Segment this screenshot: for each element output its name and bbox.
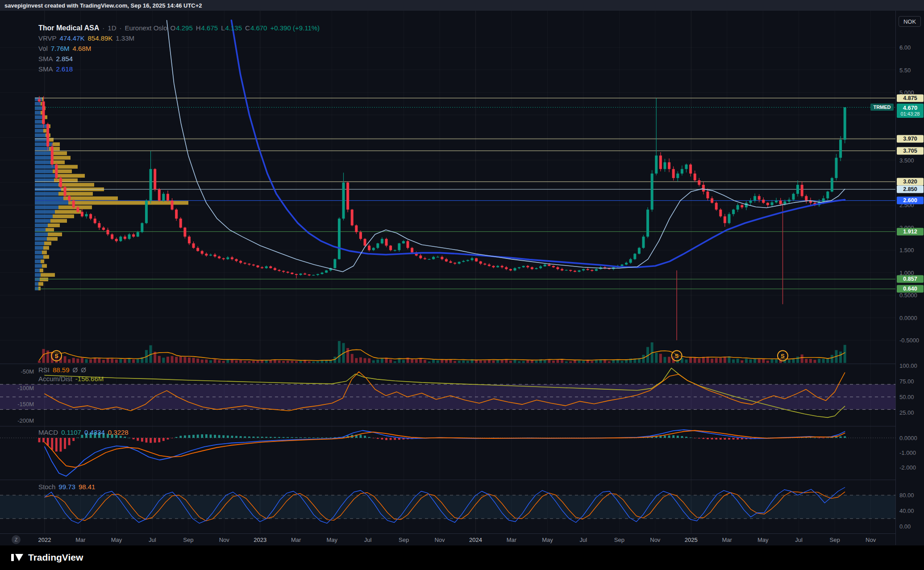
legend-separator: · (102, 24, 104, 32)
time-label-month: May (111, 537, 122, 543)
time-axis[interactable]: Z A 2022MarMayJulSepNov2023MarMayJulSepN… (0, 533, 924, 545)
sma-slow-label[interactable]: SMA (38, 65, 53, 73)
last-price-value: 4.670 (897, 104, 924, 111)
rsi-value: 88.59 (53, 366, 70, 374)
level-price-label: 4.875 (897, 94, 924, 102)
level-price-label: 3.970 (897, 135, 924, 143)
rsi-empty-slot: Ø (81, 366, 86, 374)
sma-fast-label[interactable]: SMA (38, 55, 53, 62)
close-letter: C (245, 24, 250, 32)
symbol-price-flag: TRMED (870, 104, 894, 111)
macd-hist-value: 0.1107 (61, 429, 81, 436)
accum-dist-value: -156.66M (75, 375, 104, 383)
macd-pane (0, 430, 895, 476)
time-label-month: Jul (795, 537, 803, 543)
accum-dist-tick: -200M (13, 417, 34, 424)
stoch-pane (0, 487, 895, 523)
rsi-label[interactable]: RSI (38, 366, 50, 374)
stoch-legend-row: Stoch 99.73 98.41 (38, 483, 98, 491)
volume-legend-row: Vol 7.76M 4.68M (38, 45, 94, 52)
vrvp-legend-row: VRVP 474.47K 854.89K 1.33M (38, 34, 137, 42)
bar-countdown: 01:43:28 (897, 111, 924, 117)
level-price-label: 2.850 (897, 186, 924, 193)
chart-canvas[interactable]: SSS (0, 0, 924, 570)
price-tick: 1.500 (899, 247, 914, 254)
time-label-month: Jul (364, 537, 372, 543)
main-pane: SSS (35, 21, 895, 363)
level-price-label: 0.640 (897, 285, 924, 293)
interval-label[interactable]: 1D (108, 24, 116, 32)
low-letter: L (221, 24, 225, 32)
price-tick: 0.0000 (899, 314, 917, 321)
price-tick: -0.5000 (899, 337, 919, 344)
chart-area[interactable]: SSS Thor Medical ASA · 1D · Euronext Osl… (0, 11, 924, 545)
time-label-month: Sep (614, 537, 624, 543)
svg-text:S: S (54, 353, 58, 359)
stoch-k-value: 99.73 (58, 483, 75, 491)
price-tick: 0.5000 (899, 292, 917, 299)
accum-dist-label[interactable]: Accum/Dist (38, 375, 72, 383)
sma-fast-legend-row: SMA 2.854 (38, 55, 76, 62)
stoch-tick: 0.00 (899, 523, 911, 530)
svg-text:S: S (675, 353, 679, 359)
time-label-month: Nov (650, 537, 660, 543)
low-value: 4.135 (225, 24, 242, 32)
time-label-month: May (542, 537, 553, 543)
vol-ma-value: 4.68M (73, 45, 92, 52)
macd-tick: -1.000 (899, 449, 916, 456)
vrvp-total-volume: 1.33M (116, 34, 134, 42)
main-legend-row: Thor Medical ASA · 1D · Euronext Oslo O … (38, 24, 323, 32)
stoch-tick: 40.00 (899, 508, 914, 514)
accum-dist-tick: -100M (13, 384, 34, 391)
time-label-month: Jul (149, 537, 156, 543)
price-scale[interactable]: NOK 4.670 01:43:28 6.005.505.0003.5002.5… (895, 11, 924, 545)
high-letter: H (196, 24, 201, 32)
macd-legend-row: MACD 0.1107 0.4334 0.3228 (38, 429, 132, 436)
timezone-button[interactable]: Z (12, 535, 21, 544)
tradingview-logo-text: TradingView (28, 552, 83, 563)
stoch-tick: 80.00 (899, 492, 914, 499)
close-value: 4.670 (250, 24, 267, 32)
tradingview-logo-icon (11, 553, 24, 562)
time-label-year: 2025 (685, 537, 698, 543)
tradingview-logo[interactable]: TradingView (11, 552, 83, 563)
footer-bar: TradingView (0, 545, 924, 570)
accum-dist-tick: -150M (13, 401, 34, 408)
symbol-name[interactable]: Thor Medical ASA (38, 24, 99, 32)
rsi-legend-row: RSI 88.59 Ø Ø (38, 366, 89, 374)
rsi-empty-slot: Ø (73, 366, 78, 374)
time-label-month: May (758, 537, 769, 543)
vrvp-down-volume: 474.47K (60, 34, 85, 42)
time-label-month: Mar (722, 537, 732, 543)
sma-slow-legend-row: SMA 2.618 (38, 65, 76, 73)
sma-fast-value: 2.854 (56, 55, 73, 62)
vrvp-up-volume: 854.89K (87, 34, 112, 42)
rsi-tick: 100.00 (899, 362, 917, 369)
gridlines (0, 11, 895, 533)
level-price-label: 1.912 (897, 228, 924, 235)
macd-tick: -2.000 (899, 464, 916, 471)
level-price-label: 0.857 (897, 275, 924, 283)
legend-separator: · (120, 24, 122, 32)
time-label-year: 2024 (469, 537, 482, 543)
time-label-month: Mar (291, 537, 301, 543)
sma-slow-value: 2.618 (56, 65, 73, 73)
time-label-month: Mar (507, 537, 516, 543)
rsi-pane (0, 368, 895, 418)
macd-tick: 0.0000 (899, 435, 917, 441)
currency-toggle-button[interactable]: NOK (899, 16, 921, 27)
stoch-label[interactable]: Stoch (38, 483, 55, 491)
rsi-tick: 25.00 (899, 409, 914, 416)
vrvp-label[interactable]: VRVP (38, 34, 57, 42)
time-label-month: Mar (75, 537, 85, 543)
level-price-label: 3.020 (897, 178, 924, 185)
rsi-tick: 75.00 (899, 378, 914, 385)
time-label-month: Nov (866, 537, 876, 543)
accum-dist-legend-row: Accum/Dist -156.66M (38, 375, 107, 383)
macd-label[interactable]: MACD (38, 429, 58, 436)
vol-value: 7.76M (51, 45, 70, 52)
vol-label[interactable]: Vol (38, 45, 48, 52)
price-tick: 6.00 (899, 44, 911, 51)
change-value: +0.390 (+9.11%) (270, 24, 320, 32)
last-price-label: 4.670 01:43:28 (897, 104, 924, 118)
